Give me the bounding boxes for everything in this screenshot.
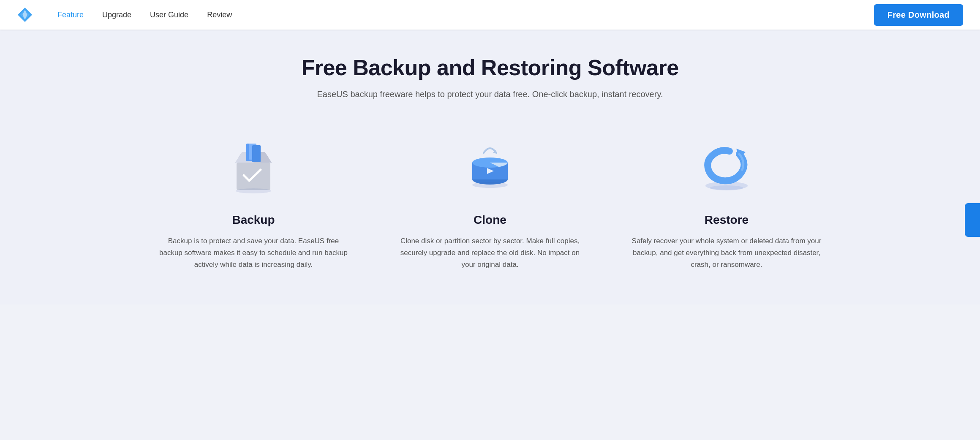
svg-point-16 — [710, 185, 743, 190]
nav-user-guide[interactable]: User Guide — [141, 0, 198, 30]
backup-desc: Backup is to protect and save your data.… — [156, 235, 351, 271]
nav-feature[interactable]: Feature — [48, 0, 93, 30]
nav-review[interactable]: Review — [198, 0, 241, 30]
clone-icon — [463, 139, 517, 194]
restore-icon-container — [629, 133, 824, 201]
clone-desc: Clone disk or partition sector by sector… — [393, 235, 587, 271]
navbar: Feature Upgrade User Guide Review Free D… — [0, 0, 980, 30]
svg-rect-6 — [252, 145, 261, 162]
nav-links: Feature Upgrade User Guide Review — [48, 0, 874, 30]
svg-point-13 — [472, 182, 508, 188]
backup-icon — [226, 139, 281, 194]
clone-title: Clone — [393, 213, 587, 227]
feature-backup: Backup Backup is to protect and save you… — [135, 133, 372, 271]
svg-point-7 — [236, 188, 271, 193]
nav-upgrade[interactable]: Upgrade — [93, 0, 141, 30]
features-section: Backup Backup is to protect and save you… — [0, 108, 980, 304]
logo-icon — [17, 7, 33, 23]
backup-title: Backup — [156, 213, 351, 227]
free-download-button[interactable]: Free Download — [874, 4, 963, 26]
backup-icon-container — [156, 133, 351, 201]
restore-desc: Safely recover your whole system or dele… — [629, 235, 824, 271]
hero-title: Free Backup and Restoring Software — [17, 55, 963, 80]
feature-clone: Clone Clone disk or partition sector by … — [372, 133, 608, 271]
clone-icon-container — [393, 133, 587, 201]
hero-subtitle: EaseUS backup freeware helps to protect … — [17, 90, 963, 99]
logo[interactable] — [17, 7, 33, 23]
side-button[interactable] — [965, 203, 980, 237]
feature-restore: Restore Safely recover your whole system… — [608, 133, 845, 271]
restore-icon — [699, 139, 754, 194]
restore-title: Restore — [629, 213, 824, 227]
hero-section: Free Backup and Restoring Software EaseU… — [0, 30, 980, 108]
